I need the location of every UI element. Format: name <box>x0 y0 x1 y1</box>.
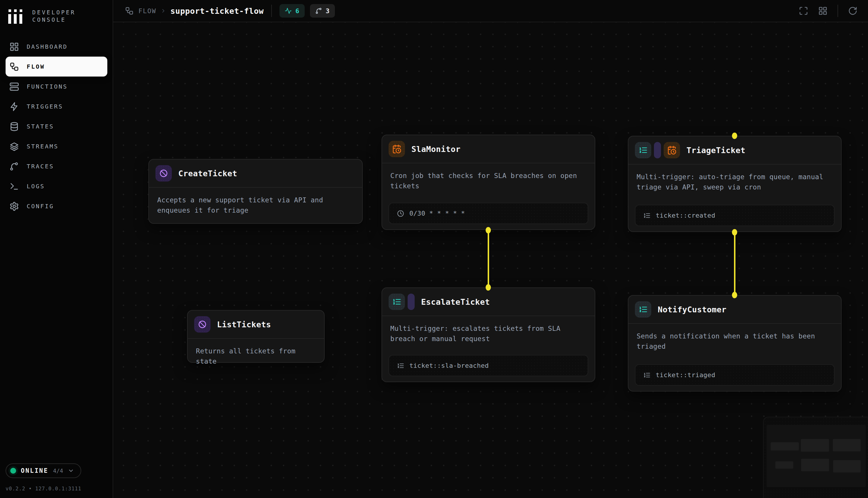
node-header: SlaMonitor <box>382 135 595 163</box>
sidebar-item-label: LOGS <box>27 183 45 190</box>
minimap[interactable] <box>763 417 868 498</box>
minimap-viewport <box>766 425 866 487</box>
sidebar-item-label: TRIGGERS <box>27 103 63 110</box>
sidebar: DEVELOPERCONSOLE DASHBOARD FLOW FUNCTION… <box>0 0 113 498</box>
circle-slash-icon <box>198 320 207 329</box>
server-icon <box>9 82 19 92</box>
sidebar-item-label: STATES <box>27 123 54 130</box>
edge-triage-to-notify <box>734 232 735 295</box>
header-divider <box>271 5 272 17</box>
chevron-right-icon <box>160 8 166 14</box>
online-status-label: ONLINE <box>21 467 49 474</box>
chevron-down-icon <box>68 468 74 474</box>
topic-subscription: ticket::triaged <box>635 364 834 386</box>
online-status-pill[interactable]: ONLINE 4/4 <box>5 463 81 478</box>
node-title: EscalateTicket <box>421 297 490 306</box>
fullscreen-button[interactable] <box>799 6 808 15</box>
grid-icon <box>818 6 828 15</box>
activity-count-badge[interactable]: 6 <box>279 4 304 17</box>
topic-name: ticket::created <box>656 212 715 219</box>
node-header: EscalateTicket <box>382 288 595 316</box>
database-icon <box>9 122 19 131</box>
node-header: CreateTicket <box>149 159 362 187</box>
list-ordered-icon <box>643 371 651 379</box>
node-title: SlaMonitor <box>411 145 461 154</box>
calendar-clock-icon <box>392 144 401 154</box>
sidebar-item-logs[interactable]: LOGS <box>5 176 107 196</box>
topic-name: ticket::sla-breached <box>409 362 489 369</box>
edge-handle-triage-top[interactable] <box>732 133 737 139</box>
minimap-node-escalate-ticket <box>801 459 829 471</box>
layout-grid-button[interactable] <box>818 6 828 15</box>
sidebar-item-states[interactable]: STATES <box>5 116 107 136</box>
sidebar-item-streams[interactable]: STREAMS <box>5 136 107 156</box>
sidebar-item-triggers[interactable]: TRIGGERS <box>5 96 107 116</box>
online-status-dot <box>10 468 16 474</box>
node-description: Accepts a new support ticket via API and… <box>149 188 362 223</box>
node-create-ticket[interactable]: CreateTicket Accepts a new support ticke… <box>148 159 363 224</box>
node-header: ListTickets <box>188 311 324 338</box>
queue-badge <box>635 301 651 318</box>
terminal-icon <box>9 182 19 191</box>
sidebar-item-label: FLOW <box>27 63 45 70</box>
node-notify-customer[interactable]: NotifyCustomer Sends a notification when… <box>628 295 842 392</box>
list-ordered-icon <box>638 145 648 155</box>
node-title: NotifyCustomer <box>658 305 727 314</box>
sidebar-item-dashboard[interactable]: DASHBOARD <box>5 37 107 56</box>
sidebar-item-traces[interactable]: TRACES <box>5 156 107 176</box>
sidebar-footer: ONLINE 4/4 v0.2.2 • 127.0.0.1:3111 <box>5 463 81 492</box>
calendar-clock-icon <box>667 145 677 155</box>
list-ordered-icon <box>643 212 651 219</box>
online-status-count: 4/4 <box>53 468 63 474</box>
page-title: support-ticket-flow <box>170 6 264 15</box>
sidebar-item-config[interactable]: CONFIG <box>5 196 107 216</box>
topic-subscription: ticket::sla-breached <box>389 355 588 376</box>
list-ordered-icon <box>397 362 404 369</box>
node-triage-ticket[interactable]: TriageTicket Multi-trigger: auto-triage … <box>628 136 842 232</box>
node-sla-monitor[interactable]: SlaMonitor Cron job that checks for SLA … <box>382 135 595 230</box>
topic-subscription: ticket::created <box>635 205 834 226</box>
sidebar-item-label: TRACES <box>27 163 54 170</box>
maximize-icon <box>799 6 808 15</box>
node-list-tickets[interactable]: ListTickets Returns all tickets from sta… <box>187 310 325 363</box>
node-description: Multi-trigger: auto-triage from queue, m… <box>628 165 841 205</box>
branch-icon <box>315 7 322 14</box>
dashboard-icon <box>9 42 19 52</box>
node-escalate-ticket[interactable]: EscalateTicket Multi-trigger: escalates … <box>382 287 595 382</box>
topbar-actions <box>799 5 857 17</box>
activity-count-value: 6 <box>295 7 299 15</box>
layers-icon <box>9 142 19 151</box>
cron-badge <box>664 142 680 158</box>
queue-badge <box>635 142 651 158</box>
node-description: Multi-trigger: escalates tickets from SL… <box>382 316 595 355</box>
refresh-button[interactable] <box>848 6 857 15</box>
edge-handle-escalate-top[interactable] <box>485 284 491 291</box>
circle-slash-icon <box>159 169 168 178</box>
minimap-node-triage-ticket <box>833 439 861 451</box>
cron-schedule: 0/30 * * * * * <box>389 203 588 224</box>
sidebar-item-flow[interactable]: FLOW <box>5 56 107 77</box>
zap-icon <box>9 102 19 112</box>
breadcrumb-section[interactable]: FLOW <box>138 7 156 15</box>
version-text: v0.2.2 • 127.0.0.1:3111 <box>5 486 81 492</box>
trace-branch-icon <box>9 161 19 171</box>
api-badge <box>156 165 172 182</box>
node-header: TriageTicket <box>628 136 841 164</box>
sidebar-item-functions[interactable]: FUNCTIONS <box>5 77 107 96</box>
edge-handle-notify-top[interactable] <box>732 292 737 298</box>
edge-handle-triage-bottom[interactable] <box>732 229 737 236</box>
cron-badge <box>389 141 405 157</box>
sidebar-item-label: FUNCTIONS <box>27 83 68 90</box>
node-title: CreateTicket <box>178 169 237 178</box>
minimap-node-sla-monitor <box>801 439 829 452</box>
node-description: Cron job that checks for SLA breaches on… <box>382 163 595 203</box>
list-ordered-icon <box>638 305 648 314</box>
minimap-node-notify-customer <box>833 460 861 472</box>
sidebar-nav: DASHBOARD FLOW FUNCTIONS TRIGGERS STATES… <box>0 37 113 216</box>
minimap-node-create-ticket <box>771 442 799 450</box>
workflow-icon <box>9 62 19 71</box>
clock-icon <box>397 210 404 217</box>
branch-count-badge[interactable]: 3 <box>310 4 335 17</box>
edge-handle-sla-bottom[interactable] <box>485 227 491 234</box>
flow-canvas[interactable]: CreateTicket Accepts a new support ticke… <box>113 22 868 498</box>
